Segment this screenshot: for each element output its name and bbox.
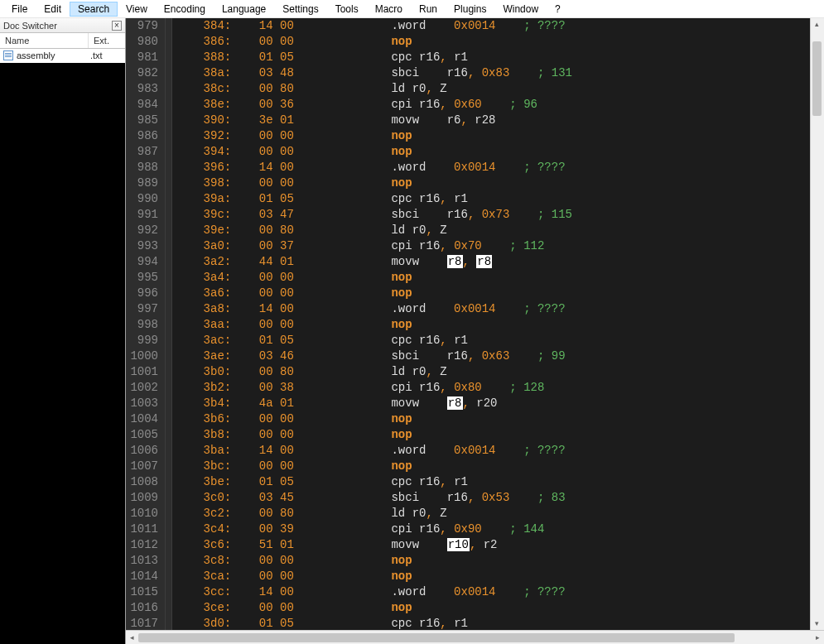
code-line[interactable]: 1009 3c0: 03 45 sbci r16, 0x53 ; 83 [126,490,810,506]
editor-scroll: 979 384: 14 00 .word 0x0014 ; ????980 38… [126,18,824,630]
menu-plugins[interactable]: Plugins [446,2,494,17]
code-line[interactable]: 1003 3b4: 4a 01 movw r8, r20 [126,396,810,411]
scroll-right-icon[interactable]: ▸ [812,632,824,644]
code-text: 390: 3e 01 movw r6, r28 [172,113,810,128]
code-area[interactable]: 979 384: 14 00 .word 0x0014 ; ????980 38… [126,18,810,630]
line-number: 996 [126,286,166,301]
code-text: 3cc: 14 00 .word 0x0014 ; ???? [172,584,810,600]
code-line[interactable]: 980 386: 00 00 nop [126,34,810,50]
code-line[interactable]: 1017 3d0: 01 05 cpc r16, r1 [126,616,810,630]
code-line[interactable]: 992 39e: 00 80 ld r0, Z [126,223,810,238]
scroll-up-icon[interactable]: ▴ [811,18,823,31]
code-line[interactable]: 995 3a4: 00 00 nop [126,270,810,286]
horizontal-scrollbar[interactable]: ◂ ▸ [126,630,824,644]
code-line[interactable]: 983 38c: 00 80 ld r0, Z [126,81,810,97]
line-number: 1001 [126,364,166,380]
code-line[interactable]: 999 3ac: 01 05 cpc r16, r1 [126,333,810,348]
col-ext[interactable]: Ext. [89,33,125,48]
code-line[interactable]: 990 39a: 01 05 cpc r16, r1 [126,191,810,207]
hscroll-track[interactable] [138,632,812,644]
fold-margin [166,333,172,348]
code-line[interactable]: 1015 3cc: 14 00 .word 0x0014 ; ???? [126,584,810,600]
code-line[interactable]: 989 398: 00 00 nop [126,175,810,191]
line-number: 986 [126,128,166,144]
code-line[interactable]: 991 39c: 03 47 sbci r16, 0x73 ; 115 [126,207,810,223]
line-number: 1010 [126,506,166,521]
code-text: 3ca: 00 00 nop [172,569,810,584]
hscroll-thumb[interactable] [138,633,735,642]
menu-run[interactable]: Run [411,2,446,17]
code-text: 396: 14 00 .word 0x0014 ; ???? [172,160,810,175]
fold-margin [166,286,172,301]
scroll-down-icon[interactable]: ▾ [811,618,823,630]
code-line[interactable]: 1010 3c2: 00 80 ld r0, Z [126,506,810,521]
code-line[interactable]: 1000 3ae: 03 46 sbci r16, 0x63 ; 99 [126,348,810,364]
code-line[interactable]: 979 384: 14 00 .word 0x0014 ; ???? [126,18,810,34]
code-line[interactable]: 984 38e: 00 36 cpi r16, 0x60 ; 96 [126,97,810,113]
scroll-left-icon[interactable]: ◂ [126,632,138,644]
code-line[interactable]: 1001 3b0: 00 80 ld r0, Z [126,364,810,380]
doc-row[interactable]: assembly.txt [0,49,125,63]
code-line[interactable]: 1016 3ce: 00 00 nop [126,600,810,616]
code-line[interactable]: 997 3a8: 14 00 .word 0x0014 ; ???? [126,301,810,317]
menu-help[interactable]: ? [547,2,569,17]
code-line[interactable]: 1013 3c8: 00 00 nop [126,553,810,569]
code-line[interactable]: 986 392: 00 00 nop [126,128,810,144]
code-line[interactable]: 1005 3b8: 00 00 nop [126,427,810,443]
code-line[interactable]: 998 3aa: 00 00 nop [126,317,810,333]
line-number: 1000 [126,348,166,364]
menu-tools[interactable]: Tools [327,2,367,17]
menu-encoding[interactable]: Encoding [156,2,214,17]
col-name[interactable]: Name [0,33,89,48]
code-line[interactable]: 993 3a0: 00 37 cpi r16, 0x70 ; 112 [126,238,810,254]
code-text: 3b8: 00 00 nop [172,427,810,443]
code-line[interactable]: 1004 3b6: 00 00 nop [126,411,810,427]
code-text: 3ce: 00 00 nop [172,600,810,616]
line-number: 989 [126,175,166,191]
code-line[interactable]: 1012 3c6: 51 01 movw r10, r2 [126,537,810,553]
menu-file[interactable]: File [3,2,36,17]
fold-margin [166,113,172,128]
code-line[interactable]: 1007 3bc: 00 00 nop [126,459,810,474]
editor: 979 384: 14 00 .word 0x0014 ; ????980 38… [126,18,824,644]
fold-margin [166,34,172,50]
fold-margin [166,301,172,317]
line-number: 993 [126,238,166,254]
fold-margin [166,396,172,411]
fold-margin [166,97,172,113]
vscroll-thumb[interactable] [812,41,822,116]
fold-margin [166,317,172,333]
menu-search[interactable]: Search [70,2,118,17]
menu-window[interactable]: Window [494,2,547,17]
code-line[interactable]: 1008 3be: 01 05 cpc r16, r1 [126,474,810,490]
code-line[interactable]: 1006 3ba: 14 00 .word 0x0014 ; ???? [126,443,810,459]
menu-edit[interactable]: Edit [36,2,70,17]
doc-switcher-panel: Doc Switcher × Name Ext. assembly.txt [0,18,126,644]
code-line[interactable]: 981 388: 01 05 cpc r16, r1 [126,50,810,65]
code-line[interactable]: 982 38a: 03 48 sbci r16, 0x83 ; 131 [126,65,810,81]
code-text: 394: 00 00 nop [172,144,810,160]
menu-language[interactable]: Language [214,2,274,17]
file-icon [3,50,13,60]
line-number: 1005 [126,427,166,443]
code-text: 3c6: 51 01 movw r10, r2 [172,537,810,553]
code-line[interactable]: 987 394: 00 00 nop [126,144,810,160]
code-line[interactable]: 988 396: 14 00 .word 0x0014 ; ???? [126,160,810,175]
close-icon[interactable]: × [112,21,122,31]
menu-view[interactable]: View [118,2,156,17]
line-number: 980 [126,34,166,50]
fold-margin [166,616,172,630]
fold-margin [166,506,172,521]
code-line[interactable]: 994 3a2: 44 01 movw r8, r8 [126,254,810,270]
menu-settings[interactable]: Settings [274,2,326,17]
line-number: 992 [126,223,166,238]
vertical-scrollbar[interactable]: ▴ ▾ [810,18,824,630]
code-line[interactable]: 1002 3b2: 00 38 cpi r16, 0x80 ; 128 [126,380,810,396]
fold-margin [166,191,172,207]
code-line[interactable]: 985 390: 3e 01 movw r6, r28 [126,113,810,128]
fold-margin [166,65,172,81]
code-line[interactable]: 996 3a6: 00 00 nop [126,286,810,301]
code-line[interactable]: 1011 3c4: 00 39 cpi r16, 0x90 ; 144 [126,521,810,537]
code-line[interactable]: 1014 3ca: 00 00 nop [126,569,810,584]
menu-macro[interactable]: Macro [367,2,411,17]
